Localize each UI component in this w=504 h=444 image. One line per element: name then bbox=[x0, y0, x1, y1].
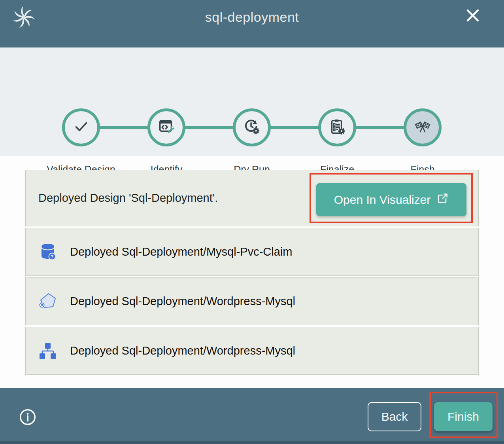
deployment-result-row: ? Deployed Sql-Deployment/Mysql-Pvc-Clai… bbox=[25, 228, 479, 276]
svg-text:?: ? bbox=[51, 254, 53, 259]
info-icon bbox=[19, 421, 36, 427]
hierarchy-icon bbox=[38, 342, 57, 361]
deployment-result-row: Deployed Sql-Deployment/Wordpress-Mysql bbox=[25, 327, 479, 375]
deployment-result-text: Deployed Sql-Deployment/Wordpress-Mysql bbox=[70, 344, 295, 357]
modal-header: sql-deployment bbox=[0, 0, 504, 47]
back-button[interactable]: Back bbox=[368, 402, 421, 431]
deployed-design-message: Deployed Design 'Sql-Deployment'. bbox=[38, 192, 218, 205]
pentagon-icon bbox=[38, 292, 57, 311]
open-in-visualizer-button[interactable]: Open In Visualizer bbox=[316, 183, 466, 216]
modal-bottom-edge bbox=[0, 441, 504, 444]
open-in-visualizer-label: Open In Visualizer bbox=[334, 193, 431, 207]
finish-button[interactable]: Finish bbox=[434, 402, 493, 431]
sync-gear-icon bbox=[243, 118, 261, 137]
wizard-stepper: Validate Design Identify Environments Dr… bbox=[0, 47, 504, 156]
check-icon bbox=[72, 118, 90, 137]
step-circle-dry-run bbox=[233, 108, 271, 146]
info-button[interactable] bbox=[19, 408, 36, 426]
finish-flags-icon bbox=[413, 118, 432, 137]
modal-footer bbox=[0, 388, 504, 444]
deployment-result-text: Deployed Sql-Deployment/Wordpress-Mysql bbox=[70, 295, 295, 308]
clipboard-gear-icon bbox=[328, 118, 346, 137]
close-icon bbox=[464, 19, 481, 25]
close-button[interactable] bbox=[463, 6, 482, 25]
code-wrench-icon bbox=[157, 118, 176, 137]
modal-title: sql-deployment bbox=[0, 9, 504, 25]
external-link-icon bbox=[437, 192, 449, 207]
step-circle-validate-design bbox=[62, 108, 100, 146]
deployment-result-row: Deployed Sql-Deployment/Wordpress-Mysql bbox=[25, 277, 479, 325]
database-icon: ? bbox=[38, 243, 57, 262]
step-circle-finish bbox=[404, 108, 442, 146]
step-circle-finalize-deployment bbox=[318, 108, 356, 146]
deployment-result-text: Deployed Sql-Deployment/Mysql-Pvc-Claim bbox=[70, 245, 292, 258]
step-circle-identify-environments bbox=[147, 108, 185, 146]
deployment-wizard-modal: sql-deployment bbox=[0, 0, 504, 444]
